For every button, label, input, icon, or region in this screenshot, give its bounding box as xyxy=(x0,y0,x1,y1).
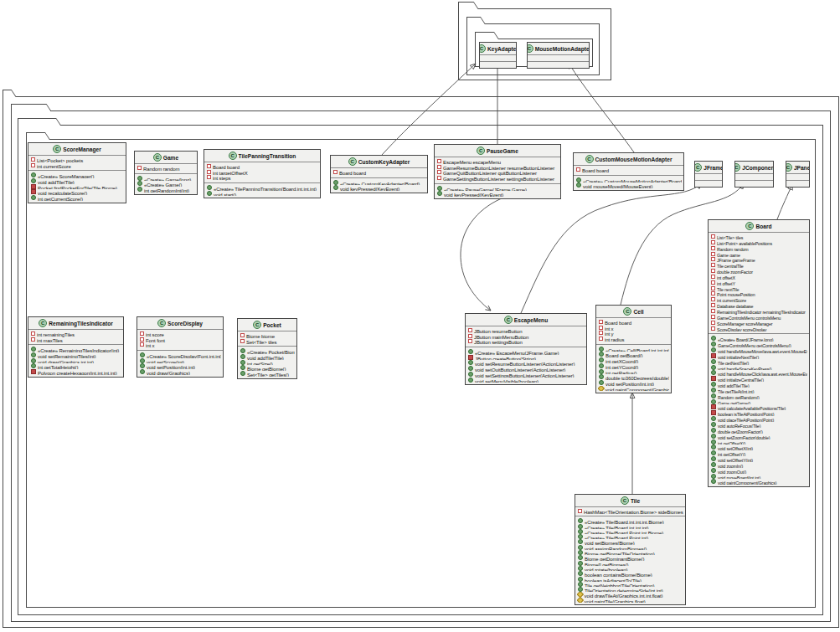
fields-compartment: int remainingTilesint maxTiles xyxy=(28,330,123,345)
member-row: «Create» RemainingTilesIndicator(int) xyxy=(30,347,121,352)
public-method-icon xyxy=(711,479,716,484)
private-field-icon xyxy=(207,175,211,179)
private-field-icon xyxy=(437,176,441,180)
member-text: Set<Tile> getTiles() xyxy=(247,373,289,377)
methods-compartment: «Create» Pocket(Biome)void addTile(Tile)… xyxy=(238,347,296,378)
public-method-icon xyxy=(711,474,716,479)
public-method-icon xyxy=(137,187,142,192)
class-header: CCustomKeyAdapter xyxy=(331,156,427,168)
class-icon: C xyxy=(153,153,162,162)
member-row: int getOffsetY() xyxy=(710,450,807,456)
public-method-icon xyxy=(599,380,604,385)
member-row: void setPosition(int,int) xyxy=(139,363,221,369)
member-text: int offsetX xyxy=(717,275,735,280)
class-jcomponent: CJComponent xyxy=(734,161,774,188)
public-method-icon xyxy=(137,181,142,186)
class-tile: CTile HashMap<TileOrientation,Biome> sid… xyxy=(575,494,686,605)
public-method-icon xyxy=(468,349,473,354)
public-method-icon xyxy=(578,518,583,523)
member-row: void mouseMoved(MouseEvent) xyxy=(575,182,682,188)
member-row: void keyPressed(KeyEvent) xyxy=(332,185,425,191)
member-row: int x xyxy=(598,326,669,331)
member-text: void draw(Graphics) xyxy=(147,371,190,375)
class-mousemotionadapter: CMouseMotionAdapter xyxy=(527,42,590,69)
private-field-icon xyxy=(468,334,472,338)
public-method-icon xyxy=(437,191,442,196)
member-row: void setResumeButtonListener(ActionListe… xyxy=(467,360,585,366)
member-row: void addTile(Tile) xyxy=(30,178,124,184)
private-field-icon xyxy=(437,170,441,174)
member-text: Board board xyxy=(339,171,366,176)
class-name: Cell xyxy=(633,309,643,315)
public-method-icon xyxy=(31,352,36,357)
class-board: CBoard List<Tile> tilesList<Point> avail… xyxy=(708,219,810,487)
member-text: void keyPressed(KeyEvent) xyxy=(340,187,399,191)
class-custommousemotionadapter: CCustomMouseMotionAdapter Board board «C… xyxy=(573,152,684,191)
class-icon: C xyxy=(229,152,237,160)
member-text: Random getRandom() xyxy=(718,395,760,399)
fields-compartment: List<Tile> tilesList<Point> availablePos… xyxy=(709,233,809,334)
class-name: CustomKeyAdapter xyxy=(358,159,410,165)
member-text: ScoreManager scoreManager xyxy=(717,321,772,326)
fields-compartment: Board boardint xint yint radius xyxy=(596,318,671,345)
class-icon: C xyxy=(480,44,486,53)
class-pausegame: CPauseGame EscapeMenu escapeMenuGameResu… xyxy=(434,144,561,199)
member-text: int getYCoord() xyxy=(606,365,638,369)
member-row: int currentScore xyxy=(710,297,807,303)
public-method-icon xyxy=(599,363,604,368)
public-method-icon xyxy=(711,434,716,439)
class-icon: C xyxy=(695,163,702,172)
fields-compartment: List<Pocket> pocketsint currentScore xyxy=(28,156,126,171)
member-text: Polygon createHexagon(int,int,int,int) xyxy=(38,371,117,375)
class-name: EscapeMenu xyxy=(514,317,548,323)
private-method-icon xyxy=(31,184,36,189)
private-field-icon xyxy=(437,165,441,169)
private-field-icon xyxy=(711,291,715,295)
public-method-icon xyxy=(711,444,716,450)
member-row: void keyPressed(KeyEvent) xyxy=(436,191,559,197)
member-row: Database database xyxy=(710,303,807,309)
public-method-icon xyxy=(578,524,583,529)
member-row: int currentScore xyxy=(30,163,124,169)
member-row: int radius xyxy=(598,337,669,342)
fields-compartment: Board board xyxy=(574,166,683,176)
private-method-icon xyxy=(31,369,36,374)
public-method-icon xyxy=(578,550,583,555)
methods-compartment: «Create» Cell(Board,int,int,int)Board ge… xyxy=(596,345,671,393)
member-text: void mouseMoved(MouseEvent) xyxy=(583,184,652,188)
methods-compartment: «Create» ScoreDisplay(Font,int,int)void … xyxy=(137,351,223,377)
member-text: RemainingTilesIndicator remainingTilesIn… xyxy=(717,310,806,315)
private-field-icon xyxy=(240,339,245,343)
member-row: int score xyxy=(139,331,221,337)
member-row: void autoReFocus(Tile) xyxy=(710,422,807,428)
public-method-icon xyxy=(711,456,716,461)
member-row: void calculateAvailablePositions(Tile) xyxy=(710,404,807,410)
member-text: int getCurrentScore() xyxy=(38,197,83,201)
member-row: double zoomFactor xyxy=(710,269,807,275)
public-method-icon xyxy=(240,371,245,376)
protected-method-icon xyxy=(577,598,584,603)
private-method-icon xyxy=(711,410,716,415)
member-row: void setOffsetX(int) xyxy=(710,444,807,450)
member-row: void handleSpaceKeyPress() xyxy=(710,365,807,371)
private-field-icon xyxy=(599,326,603,330)
fields-compartment xyxy=(695,174,722,181)
member-text: List<Tile> tiles xyxy=(717,235,743,240)
public-method-icon xyxy=(240,360,245,365)
public-method-icon xyxy=(207,185,212,190)
public-method-icon xyxy=(140,358,145,363)
public-method-icon xyxy=(578,529,583,534)
public-method-icon xyxy=(711,370,716,375)
fields-compartment: int scoreFont fontint x xyxy=(137,330,223,351)
member-row: double to360Degrees(double) xyxy=(598,374,669,380)
member-row: void setPosition(int,int) xyxy=(598,380,669,386)
private-field-icon xyxy=(711,263,715,267)
member-row: void recalculateScore() xyxy=(30,189,124,195)
public-method-icon xyxy=(333,180,338,185)
class-name: TilePanningTransition xyxy=(239,153,296,159)
member-row: int targetOffsetX xyxy=(206,170,318,176)
member-row: void setQuitButtonListener(ActionListene… xyxy=(467,366,585,372)
methods-compartment: «Create» RemainingTilesIndicator(int)voi… xyxy=(28,345,123,376)
private-field-icon xyxy=(711,280,715,285)
member-row: double getZoomFactor() xyxy=(710,428,807,434)
